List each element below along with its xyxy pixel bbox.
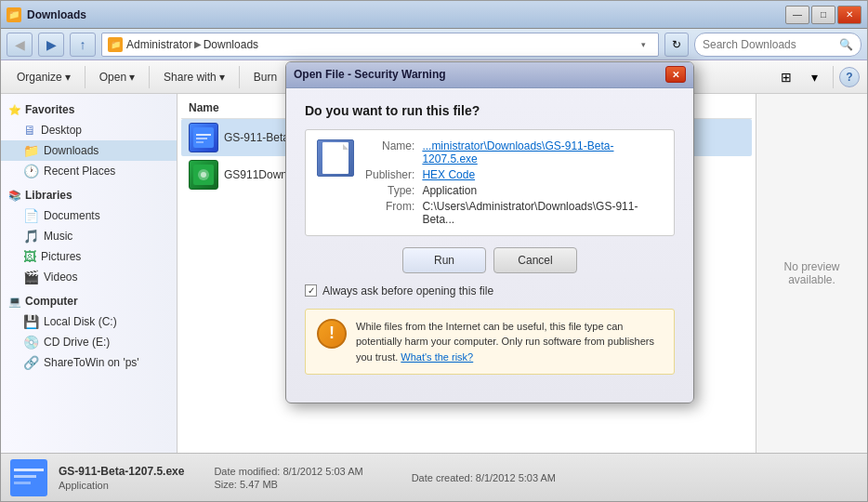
folder-icon: 📁 — [7, 7, 21, 22]
open-button[interactable]: Open ▾ — [91, 64, 143, 90]
address-path: Administrator ▶ Downloads — [126, 38, 258, 51]
svg-rect-1 — [196, 134, 211, 136]
sidebar-item-sharetowin[interactable]: 🔗 ShareToWin on 'ps' — [1, 352, 177, 373]
sidebar-favorites-label: Favorites — [25, 103, 74, 116]
address-part-1: Administrator — [126, 38, 192, 51]
status-file-icon — [10, 459, 47, 496]
burn-button[interactable]: Burn — [245, 64, 285, 90]
sidebar-item-videos[interactable]: 🎬 Videos — [1, 267, 177, 287]
cd-drive-icon: 💿 — [23, 335, 39, 350]
dialog-file-icon-inner — [322, 142, 349, 174]
refresh-button[interactable]: ↻ — [664, 33, 689, 57]
share-button[interactable]: Share with ▾ — [155, 64, 233, 90]
name-prop-value[interactable]: ...ministrator\Downloads\GS-911-Beta-120… — [422, 139, 663, 165]
close-button[interactable]: ✕ — [837, 6, 861, 24]
organize-button[interactable]: Organize ▾ — [8, 64, 79, 90]
svg-rect-9 — [14, 475, 36, 478]
sidebar-item-pictures[interactable]: 🖼 Pictures — [1, 246, 177, 267]
sidebar-computer-label: Computer — [25, 295, 78, 308]
status-date-modified: Date modified: 8/1/2012 5:03 AM — [214, 466, 362, 477]
up-button[interactable]: ↑ — [70, 33, 96, 57]
help-button[interactable]: ? — [839, 67, 860, 87]
computer-header-icon: 💻 — [8, 296, 21, 308]
search-input[interactable] — [703, 38, 835, 51]
search-bar[interactable]: 🔍 — [694, 33, 861, 57]
sidebar-header-computer[interactable]: 💻 Computer — [1, 291, 177, 311]
sidebar-header-libraries[interactable]: 📚 Libraries — [1, 185, 177, 205]
size-value: 5.47 MB — [240, 479, 278, 490]
sidebar-recent-places-label: Recent Places — [44, 165, 115, 178]
forward-button[interactable]: ▶ — [38, 33, 64, 57]
organize-arrow: ▾ — [65, 71, 71, 84]
svg-rect-10 — [14, 482, 31, 484]
checkbox-check-icon: ✓ — [308, 285, 315, 296]
music-icon: 🎵 — [23, 229, 39, 244]
downloads-folder-icon: 📁 — [23, 143, 39, 158]
open-label: Open — [99, 71, 126, 84]
back-button[interactable]: ◀ — [7, 33, 33, 57]
always-ask-checkbox[interactable]: ✓ — [305, 284, 317, 297]
favorites-header-icon: ⭐ — [8, 104, 21, 116]
view-toggle-button[interactable]: ⊞ — [773, 64, 799, 90]
sidebar-videos-label: Videos — [44, 271, 77, 284]
sidebar-item-cd-drive[interactable]: 💿 CD Drive (E:) — [1, 332, 177, 352]
toolbar-separator-1 — [85, 66, 85, 88]
dialog-body: Do you want to run this file? Name: ...m… — [286, 88, 693, 403]
sidebar-item-recent-places[interactable]: 🕐 Recent Places — [1, 161, 177, 181]
minimize-button[interactable]: — — [785, 6, 809, 24]
sidebar-item-downloads[interactable]: 📁 Downloads — [1, 140, 177, 161]
dialog-warning: ! While files from the Internet can be u… — [305, 309, 675, 376]
publisher-prop-value[interactable]: HEX Code — [422, 168, 663, 181]
sidebar-section-libraries: 📚 Libraries 📄 Documents 🎵 Music 🖼 Pictur… — [1, 185, 177, 287]
status-size: Size: 5.47 MB — [214, 479, 362, 490]
type-prop-value: Application — [422, 184, 663, 197]
sidebar-section-favorites: ⭐ Favorites 🖥 Desktop 📁 Downloads 🕐 Rece… — [1, 99, 177, 181]
dialog-file-info: Name: ...ministrator\Downloads\GS-911-Be… — [305, 129, 675, 236]
sidebar-item-documents[interactable]: 📄 Documents — [1, 205, 177, 226]
libraries-header-icon: 📚 — [8, 190, 21, 202]
dialog-checkbox-row: ✓ Always ask before opening this file — [305, 284, 675, 297]
cancel-button[interactable]: Cancel — [493, 247, 577, 273]
view-dropdown-button[interactable]: ▾ — [801, 64, 827, 90]
sidebar-sharetowin-label: ShareToWin on 'ps' — [44, 356, 139, 369]
svg-rect-3 — [196, 141, 204, 143]
whats-the-risk-link[interactable]: What's the risk? — [401, 351, 473, 363]
sidebar-item-music[interactable]: 🎵 Music — [1, 226, 177, 246]
date-created-label: Date created: — [412, 472, 473, 483]
dialog-title-bar: Open File - Security Warning ✕ — [286, 62, 693, 88]
run-button[interactable]: Run — [402, 247, 486, 273]
documents-icon: 📄 — [23, 208, 39, 223]
sidebar-pictures-label: Pictures — [41, 250, 81, 263]
sidebar-header-favorites[interactable]: ⭐ Favorites — [1, 99, 177, 120]
status-details: Date modified: 8/1/2012 5:03 AM Size: 5.… — [214, 466, 362, 490]
sidebar-libraries-label: Libraries — [25, 189, 72, 202]
from-prop-value: C:\Users\Administrator\Downloads\GS-911-… — [422, 200, 663, 226]
burn-label: Burn — [254, 71, 277, 84]
preview-pane: No preview available. — [756, 94, 867, 453]
type-prop-label: Type: — [365, 184, 414, 197]
date-modified-label: Date modified: — [214, 466, 280, 477]
address-arrow-1: ▶ — [194, 39, 202, 49]
exe-icon-0 — [189, 123, 218, 152]
sharetowin-icon: 🔗 — [23, 355, 39, 370]
address-dropdown[interactable]: ▾ — [634, 33, 652, 56]
dialog-question: Do you want to run this file? — [305, 103, 675, 118]
sidebar-item-desktop[interactable]: 🖥 Desktop — [1, 120, 177, 140]
svg-rect-8 — [14, 469, 44, 471]
open-arrow: ▾ — [129, 71, 135, 84]
title-bar-controls: — □ ✕ — [785, 6, 861, 24]
svg-point-6 — [201, 172, 206, 178]
status-bar: GS-911-Beta-1207.5.exe Application Date … — [1, 453, 867, 501]
explorer-window: 📁 Downloads — □ ✕ ◀ ▶ ↑ 📁 Administrator … — [0, 0, 868, 502]
maximize-button[interactable]: □ — [811, 6, 835, 24]
toolbar-separator-5 — [833, 66, 834, 88]
address-bar[interactable]: 📁 Administrator ▶ Downloads ▾ — [101, 33, 659, 57]
sidebar-downloads-label: Downloads — [44, 144, 99, 157]
dialog-close-button[interactable]: ✕ — [665, 66, 686, 83]
recent-places-icon: 🕐 — [23, 164, 39, 178]
title-bar: 📁 Downloads — □ ✕ — [1, 1, 867, 29]
videos-icon: 🎬 — [23, 270, 39, 284]
sidebar-documents-label: Documents — [44, 209, 100, 222]
organize-label: Organize — [17, 71, 62, 84]
sidebar-item-local-disk[interactable]: 💾 Local Disk (C:) — [1, 311, 177, 332]
